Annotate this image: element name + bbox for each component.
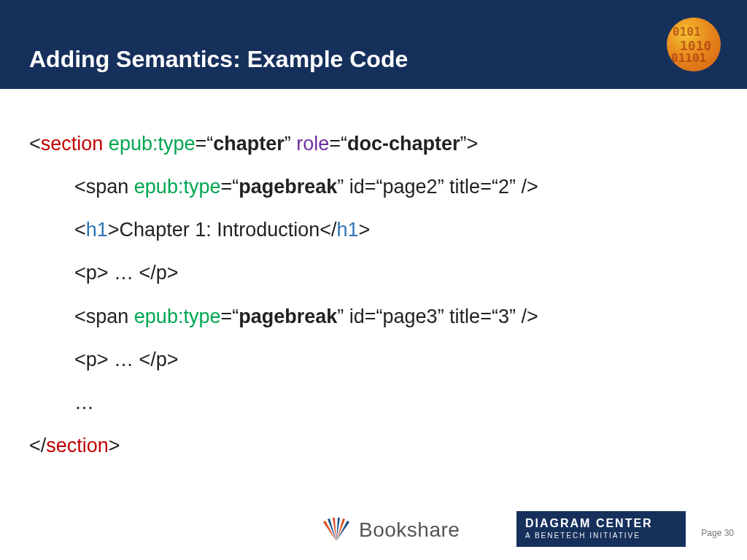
- slide-content: <section epub:type=“chapter” role=“doc-c…: [0, 89, 747, 460]
- code-line-7: …: [29, 389, 718, 417]
- code-line-5: <span epub:type=“pagebreak” id=“page3” t…: [29, 303, 718, 331]
- code-line-6: <p> … </p>: [29, 346, 718, 374]
- diagram-line2: A BENETECH INITIATIVE: [525, 532, 677, 540]
- code-line-2: <span epub:type=“pagebreak” id=“page2” t…: [29, 173, 718, 201]
- bookshare-text: Bookshare: [359, 518, 460, 542]
- slide: Adding Semantics: Example Code 0101 1010…: [0, 0, 747, 560]
- code-line-4: <p> … </p>: [29, 259, 718, 287]
- code-line-3: <h1>Chapter 1: Introduction</h1>: [29, 216, 718, 244]
- slide-title: Adding Semantics: Example Code: [29, 46, 408, 73]
- slide-footer: Bookshare DIAGRAM CENTER A BENETECH INIT…: [0, 503, 747, 547]
- diagram-line1: DIAGRAM CENTER: [525, 517, 677, 530]
- globe-icon: 0101 1010 01101: [667, 18, 721, 71]
- page-number: Page 30: [701, 528, 734, 538]
- code-line-8: </section>: [29, 432, 718, 460]
- bookshare-logo: Bookshare: [321, 518, 460, 542]
- diagram-center-logo: DIAGRAM CENTER A BENETECH INITIATIVE: [516, 511, 686, 547]
- code-line-1: <section epub:type=“chapter” role=“doc-c…: [29, 130, 718, 158]
- code-example: <section epub:type=“chapter” role=“doc-c…: [29, 130, 718, 460]
- fan-icon: [321, 518, 352, 542]
- slide-header: Adding Semantics: Example Code 0101 1010…: [0, 0, 747, 89]
